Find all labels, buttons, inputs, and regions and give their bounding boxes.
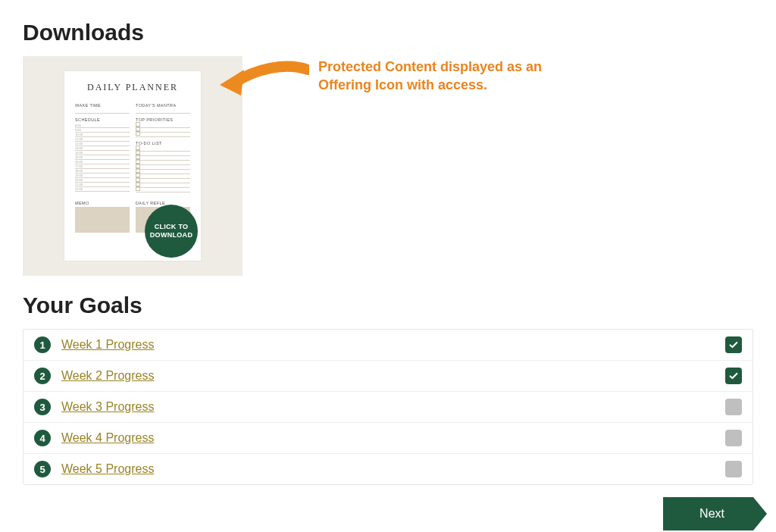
planner-thumbnail: DAILY PLANNER WAKE TIME SCHEDULE 8:00 9:… bbox=[64, 71, 201, 261]
goal-check-done-icon[interactable] bbox=[725, 336, 742, 353]
goal-number-badge: 5 bbox=[34, 461, 51, 477]
downloads-heading: Downloads bbox=[23, 20, 753, 45]
goal-check-pending-icon[interactable] bbox=[725, 430, 742, 446]
planner-label-wake: WAKE TIME bbox=[75, 103, 130, 108]
goal-row[interactable]: 4 Week 4 Progress bbox=[23, 422, 753, 453]
goal-link[interactable]: Week 1 Progress bbox=[61, 338, 725, 352]
goal-check-done-icon[interactable] bbox=[725, 368, 742, 384]
goal-row[interactable]: 3 Week 3 Progress bbox=[23, 391, 753, 422]
goal-check-pending-icon[interactable] bbox=[725, 399, 742, 415]
goal-row[interactable]: 1 Week 1 Progress bbox=[23, 330, 753, 360]
planner-label-mantra: TODAY'S MANTRA bbox=[136, 103, 190, 108]
planner-label-reflect: DAILY REFLE bbox=[136, 201, 190, 205]
goal-check-pending-icon[interactable] bbox=[725, 461, 742, 477]
planner-label-todo: TO-DO LIST bbox=[136, 141, 190, 146]
planner-label-schedule: SCHEDULE bbox=[75, 117, 130, 122]
goal-number-badge: 1 bbox=[34, 336, 51, 353]
planner-label-memo: MEMO bbox=[75, 201, 130, 205]
planner-title: DAILY PLANNER bbox=[75, 82, 190, 93]
goal-row[interactable]: 2 Week 2 Progress bbox=[23, 360, 753, 391]
download-card[interactable]: DAILY PLANNER WAKE TIME SCHEDULE 8:00 9:… bbox=[23, 56, 242, 276]
goal-row[interactable]: 5 Week 5 Progress bbox=[23, 453, 753, 484]
download-badge[interactable]: CLICK TO DOWNLOAD bbox=[145, 205, 198, 258]
planner-schedule-lines: 8:00 9:00 10:00 11:00 12:00 13:00 14:00 … bbox=[75, 124, 130, 192]
next-button[interactable]: Next bbox=[663, 497, 753, 530]
goal-link[interactable]: Week 2 Progress bbox=[61, 369, 725, 383]
goal-link[interactable]: Week 3 Progress bbox=[61, 400, 725, 414]
goals-heading: Your Goals bbox=[23, 293, 753, 318]
goal-number-badge: 3 bbox=[34, 399, 51, 415]
annotation: Protected Content displayed as an Offeri… bbox=[218, 58, 576, 100]
annotation-text: Protected Content displayed as an Offeri… bbox=[318, 58, 576, 95]
goal-number-badge: 2 bbox=[34, 368, 51, 384]
goal-number-badge: 4 bbox=[34, 430, 51, 446]
goal-link[interactable]: Week 4 Progress bbox=[61, 431, 725, 445]
planner-label-priorities: TOP PRIORITIES bbox=[136, 117, 190, 122]
goals-list: 1 Week 1 Progress 2 Week 2 Progress 3 We… bbox=[23, 329, 753, 485]
goal-link[interactable]: Week 5 Progress bbox=[61, 462, 725, 476]
